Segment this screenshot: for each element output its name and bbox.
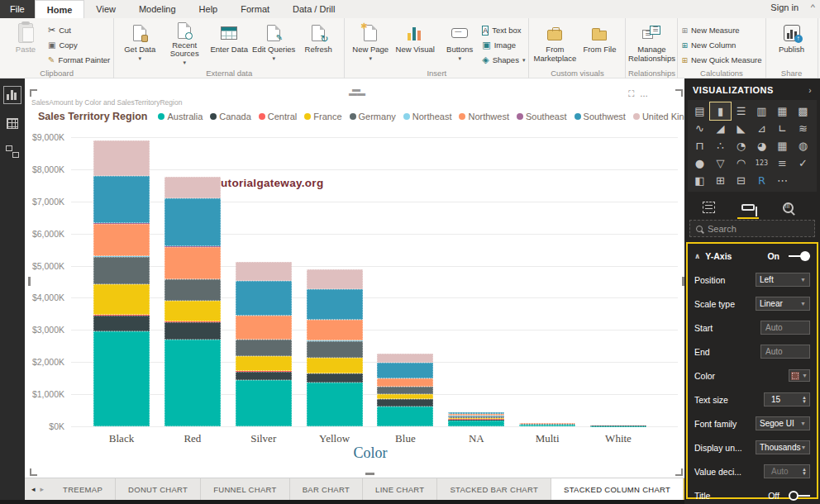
stacked-bar-multi[interactable] [519, 423, 575, 426]
bar-segment[interactable] [307, 358, 363, 373]
bar-segment[interactable] [519, 425, 575, 426]
treemap-icon[interactable]: ▦ [772, 137, 793, 155]
bar-segment[interactable] [236, 281, 292, 316]
bar-segment[interactable] [93, 257, 150, 284]
bar-segment[interactable] [377, 399, 433, 406]
bar-segment[interactable] [164, 301, 221, 321]
fields-pane-tab[interactable] [699, 199, 718, 216]
legend-item[interactable]: United Kingdom [633, 112, 684, 121]
from-file-button[interactable]: From File [577, 21, 622, 67]
ribbon-tab-home[interactable]: Home [35, 0, 85, 18]
y-axis-toggle[interactable] [789, 251, 810, 261]
r-script-icon[interactable]: R [751, 172, 772, 189]
recent-sources-button[interactable]: Recent Sources▾ [162, 21, 207, 67]
bar-segment[interactable] [236, 380, 292, 426]
bar-segment[interactable] [164, 279, 221, 301]
position-dropdown[interactable]: Left▼ [756, 273, 810, 287]
paste-button[interactable]: Paste [3, 21, 48, 67]
page-nav-forward-icon[interactable]: ▸ [41, 485, 45, 493]
page-tab-donut-chart[interactable]: DONUT CHART [116, 478, 201, 500]
stacked-bar-yellow[interactable] [307, 269, 363, 426]
copy-button[interactable]: ▣Copy [48, 39, 110, 51]
font-family-dropdown[interactable]: Segoe UI▼ [756, 416, 810, 430]
text-size-stepper[interactable]: 15▲▼ [764, 392, 810, 407]
visual-drag-handle[interactable]: ▬▬▬ [349, 87, 364, 95]
bar-segment[interactable] [307, 383, 363, 426]
donut-chart-icon[interactable]: ◕ [751, 137, 772, 155]
end-input[interactable]: Auto [760, 345, 810, 359]
page-tab-bar-chart[interactable]: BAR CHART [290, 478, 363, 500]
bar-segment[interactable] [93, 284, 150, 315]
legend-item[interactable]: Northeast [403, 112, 452, 121]
bar-segment[interactable] [93, 140, 150, 175]
visual-header-icons[interactable]: ⛶ … [628, 89, 650, 99]
legend-item[interactable]: Australia [158, 112, 203, 121]
bar-segment[interactable] [307, 341, 363, 358]
new-visual-button[interactable]: New Visual [393, 21, 437, 67]
bar-segment[interactable] [93, 316, 150, 331]
kpi-icon[interactable]: ✓ [793, 155, 813, 172]
line-stacked-column-chart-icon[interactable]: ⊿ [751, 120, 772, 137]
funnel-chart-icon[interactable]: ▽ [710, 155, 731, 172]
bar-segment[interactable] [377, 354, 433, 363]
multi-row-card-icon[interactable]: ≡ [772, 155, 793, 172]
refresh-button[interactable]: ↻Refresh [296, 21, 341, 67]
color-picker[interactable]: ▼ [789, 369, 810, 382]
sidebar-item-report-view[interactable] [4, 87, 21, 103]
title-toggle[interactable] [789, 491, 810, 501]
page-tab-line-chart[interactable]: LINE CHART [363, 478, 437, 500]
enter-data-button[interactable]: Enter Data [207, 21, 251, 67]
manage-relationships-button[interactable]: Manage Relationships [629, 21, 674, 67]
bar-segment[interactable] [164, 177, 221, 198]
bar-segment[interactable] [236, 356, 292, 371]
pie-chart-icon[interactable]: ◔ [731, 137, 751, 155]
bar-segment[interactable] [164, 340, 221, 426]
new-page-button[interactable]: ✱New Page▾ [348, 21, 393, 67]
ribbon-tab-modeling[interactable]: Modeling [127, 0, 188, 18]
sidebar-item-data-view[interactable] [4, 115, 21, 131]
map-icon[interactable]: ◍ [793, 137, 813, 155]
clustered-bar-chart-icon[interactable]: ☰ [731, 102, 751, 120]
more-visuals-icon[interactable]: ⋯ [772, 172, 793, 189]
new-measure-button[interactable]: ⊞New Measure [681, 24, 761, 36]
stacked-bar-white[interactable] [590, 426, 646, 426]
y-axis-section-header[interactable]: ∧Y-AxisOn [688, 244, 817, 268]
stacked-bar-na[interactable] [448, 412, 504, 426]
shapes-button[interactable]: ◈Shapes▾ [482, 54, 525, 66]
waterfall-chart-icon[interactable]: ⊓ [689, 137, 710, 155]
page-tab-funnel-chart[interactable]: FUNNEL CHART [201, 478, 289, 500]
area-chart-icon[interactable]: ◢ [710, 120, 731, 137]
ribbon-tab-data-drill[interactable]: Data / Drill [281, 0, 346, 18]
legend-item[interactable]: Canada [210, 112, 251, 121]
bar-segment[interactable] [307, 373, 363, 383]
bar-segment[interactable] [93, 176, 150, 224]
analytics-pane-tab[interactable] [779, 199, 797, 216]
page-tab-stacked-column-chart[interactable]: STACKED COLUMN CHART [551, 478, 684, 500]
page-nav-back-icon[interactable]: ◂ [31, 485, 36, 493]
clustered-column-chart-icon[interactable]: ▥ [751, 102, 772, 120]
page-tab-stacked-bar-chart[interactable]: STACKED BAR CHART [437, 478, 551, 500]
stacked-column-chart-icon[interactable]: ▮ [710, 102, 731, 120]
text-box-button[interactable]: AText box [482, 24, 525, 36]
display-un--dropdown[interactable]: Thousands▼ [756, 440, 810, 454]
bar-segment[interactable] [307, 269, 363, 289]
stacked-bar-red[interactable] [164, 177, 221, 426]
ribbon-tab-format[interactable]: Format [229, 0, 281, 18]
100-stacked-bar-chart-icon[interactable]: ▦ [772, 102, 793, 120]
bar-segment[interactable] [93, 331, 150, 426]
card-icon[interactable]: 123 [751, 155, 772, 172]
bar-segment[interactable] [93, 224, 150, 256]
search-input[interactable] [708, 224, 799, 234]
page-tab-treemap[interactable]: TREEMAP [50, 478, 116, 500]
bar-segment[interactable] [377, 363, 433, 378]
bar-segment[interactable] [307, 289, 363, 320]
matrix-icon[interactable]: ⊟ [731, 172, 751, 189]
stacked-area-chart-icon[interactable]: ◣ [731, 120, 751, 137]
start-input[interactable]: Auto [760, 321, 810, 335]
legend-item[interactable]: Germany [350, 112, 396, 121]
legend-item[interactable]: Southwest [574, 112, 626, 121]
value-deci--stepper[interactable]: Auto▲▼ [764, 464, 810, 478]
report-canvas[interactable]: SalesAmount by Color and SalesTerritoryR… [25, 78, 684, 478]
stacked-bar-silver[interactable] [236, 262, 292, 426]
slicer-icon[interactable]: ◧ [689, 172, 710, 189]
